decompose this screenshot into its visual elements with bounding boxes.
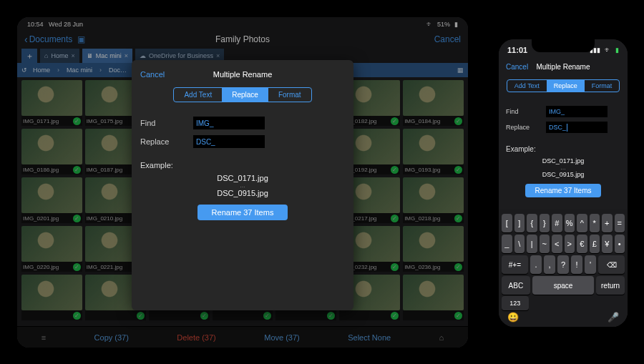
key[interactable]: £ [590,235,600,253]
key[interactable]: ¥ [602,235,613,253]
example-from: DSC_0171.jpg [506,157,620,164]
replace-label: Replace [140,137,180,146]
text-caret [567,124,567,132]
key-numbers[interactable]: 123 [502,296,529,310]
key[interactable]: ~ [540,235,550,253]
segment-replace[interactable]: Replace [222,88,268,102]
key-apos[interactable]: ' [585,255,596,274]
notch [532,39,595,52]
example-label: Example: [140,161,345,169]
example-from: DSC_0171.jpg [140,174,345,182]
wifi-icon: ᯤ [605,46,611,54]
example-dots: … [506,164,620,171]
segment-format[interactable]: Format [268,88,311,102]
segment-format[interactable]: Format [585,80,620,92]
iphone-device: 11:01 ▮▮▮ ᯤ ▮ Cancel Multiple Rename Add… [492,33,634,333]
key[interactable]: # [552,214,562,232]
key[interactable]: * [590,214,600,232]
key-space[interactable]: space [532,276,594,295]
key-question[interactable]: ? [557,255,569,274]
find-label: Find [140,119,180,127]
segment-add-text[interactable]: Add Text [174,88,222,102]
replace-input[interactable]: DSC_ [546,122,608,133]
key-return[interactable]: return [596,276,625,295]
replace-input[interactable]: DSC_ [193,135,265,148]
mode-segmented-control: Add Text Replace Format [173,87,311,102]
key[interactable]: ] [514,214,525,232]
mode-segmented-control: Add Text Replace Format [507,79,620,92]
emoji-icon[interactable]: 😀 [507,312,519,323]
key[interactable]: + [602,214,613,232]
iphone-screen: 11:01 ▮▮▮ ᯤ ▮ Cancel Multiple Rename Add… [499,39,628,327]
modal-title: Multiple Rename [506,63,620,71]
find-input[interactable]: IMG_ [193,117,265,129]
ipad-device: 10:54 Wed 28 Jun ᯤ 51% ▮ ‹ Documents ▣ F… [10,10,475,355]
ipad-screen: 10:54 Wed 28 Jun ᯤ 51% ▮ ‹ Documents ▣ F… [17,17,468,348]
example-to: DSC_0915.jpg [140,189,345,197]
key-dot[interactable]: . [530,255,542,274]
example-dots: … [140,182,345,189]
key[interactable]: _ [502,235,512,253]
key[interactable]: > [565,235,575,253]
key-shift[interactable]: #+= [502,255,528,274]
status-time: 11:01 [507,46,527,54]
status-right: ▮▮▮ ᯤ ▮ [590,46,619,54]
key-abc[interactable]: ABC [502,276,530,295]
key[interactable]: | [527,235,537,253]
mic-icon[interactable]: 🎤 [608,312,619,323]
key[interactable]: ^ [577,214,587,232]
key[interactable]: } [540,214,550,232]
key[interactable]: { [527,214,537,232]
example-to: DSC_0915.jpg [506,171,620,178]
find-input[interactable]: IMG_ [546,106,608,117]
example-label: Example: [506,145,620,153]
rename-modal: Cancel Multiple Rename Add Text Replace … [132,60,353,310]
rename-button[interactable]: Rename 37 Items [197,205,288,220]
key[interactable]: < [552,235,562,253]
key[interactable]: % [565,214,575,232]
keyboard: []{}#%^*+= _\|~<>€£¥• #+= . , ? ! ' ⌫ AB… [499,209,628,327]
key[interactable]: = [615,214,625,232]
key-bang[interactable]: ! [571,255,582,274]
key[interactable]: \ [514,235,525,253]
key-backspace[interactable]: ⌫ [598,255,625,274]
segment-add-text[interactable]: Add Text [507,80,547,92]
example-body: DSC_0171.jpg … DSC_0915.jpg [506,157,620,178]
example-body: DSC_0171.jpg … DSC_0915.jpg [140,174,345,197]
rename-modal: Cancel Multiple Rename Add Text Replace … [499,56,628,209]
modal-title: Multiple Rename [140,70,345,79]
key[interactable]: € [577,235,587,253]
key-comma[interactable]: , [544,255,555,274]
replace-label: Replace [506,124,539,131]
segment-replace[interactable]: Replace [547,80,585,92]
find-label: Find [506,108,539,115]
rename-button[interactable]: Rename 37 Items [525,184,602,197]
battery-icon: ▮ [615,46,619,54]
key[interactable]: [ [502,214,512,232]
key[interactable]: • [615,235,625,253]
